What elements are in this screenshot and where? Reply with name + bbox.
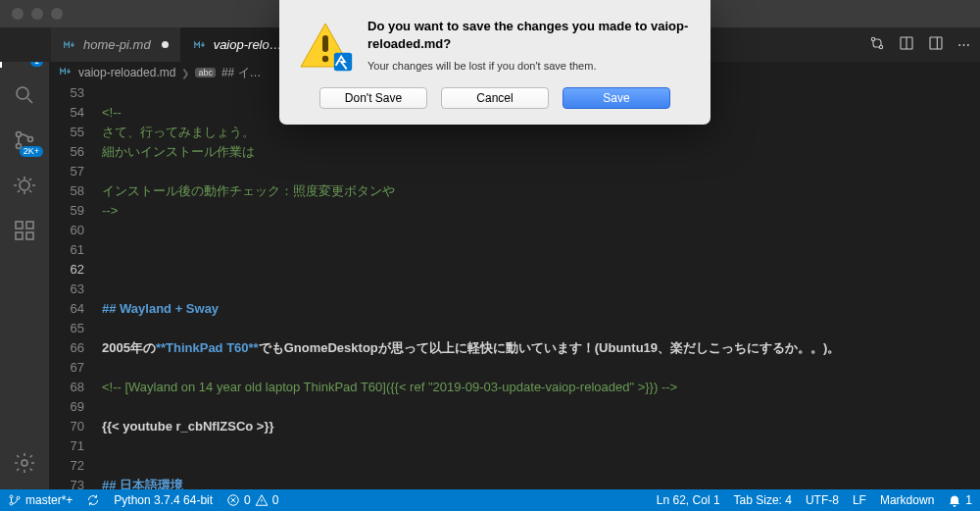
warning-icon xyxy=(299,18,352,71)
dialog-question: Do you want to save the changes you made… xyxy=(368,18,691,52)
save-dialog: Do you want to save the changes you made… xyxy=(279,0,710,125)
dialog-backdrop: Do you want to save the changes you made… xyxy=(0,0,980,511)
dialog-info: Your changes will be lost if you don't s… xyxy=(368,60,691,72)
save-button[interactable]: Save xyxy=(563,87,670,109)
svg-point-19 xyxy=(322,56,328,62)
cancel-button[interactable]: Cancel xyxy=(441,87,549,109)
svg-rect-18 xyxy=(322,35,328,52)
dont-save-button[interactable]: Don't Save xyxy=(319,87,427,109)
